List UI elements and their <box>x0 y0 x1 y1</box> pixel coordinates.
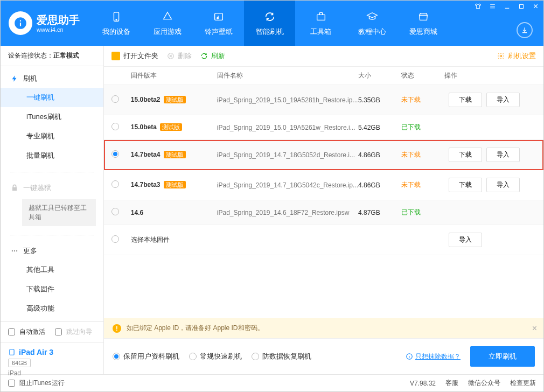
mode-radio[interactable] <box>189 353 197 360</box>
firmware-status: 未下载 <box>401 150 444 159</box>
mode-radio[interactable] <box>252 353 259 360</box>
flash-now-button[interactable]: 立即刷机 <box>470 346 535 367</box>
row-radio[interactable] <box>111 95 119 103</box>
download-button[interactable]: 下载 <box>449 148 482 162</box>
nav-label: 爱思商城 <box>409 27 437 37</box>
auto-activate-checkbox[interactable] <box>8 328 15 335</box>
block-itunes-checkbox[interactable] <box>8 380 15 387</box>
download-button[interactable]: 下载 <box>449 93 482 107</box>
nav-flash[interactable]: 智能刷机 <box>244 1 295 46</box>
header-name[interactable]: 固件名称 <box>217 71 358 80</box>
firmware-row[interactable]: 15.0beta2测试版iPad_Spring_2019_15.0_19A528… <box>104 85 543 115</box>
download-button[interactable]: 下载 <box>449 178 482 192</box>
nav-tutorials[interactable]: 教程中心 <box>346 1 397 46</box>
firmware-row[interactable]: 15.0beta测试版iPad_Spring_2019_15.0_19A5261… <box>104 115 543 140</box>
row-radio[interactable] <box>111 150 119 158</box>
brand-subtitle: www.i4.cn <box>37 26 80 33</box>
flash-mode-option[interactable]: 常规快速刷机 <box>189 352 242 361</box>
flash-settings-button[interactable]: 刷机设置 <box>497 51 536 61</box>
sidebar-item-pro-flash[interactable]: 专业刷机 <box>1 127 103 146</box>
downloads-button[interactable] <box>517 22 533 38</box>
nav-toolbox[interactable]: 工具箱 <box>295 1 346 46</box>
header-version[interactable]: 固件版本 <box>131 71 217 80</box>
sidebar-section-flash[interactable]: 刷机 <box>1 69 103 88</box>
beta-badge: 测试版 <box>164 181 186 188</box>
sidebar-item-download-firmware[interactable]: 下载固件 <box>1 279 103 299</box>
sidebar: 设备连接状态：正常模式 刷机 一键刷机 iTunes刷机 专业刷机 批量刷机 一… <box>1 46 104 374</box>
minimize-icon[interactable] <box>504 3 511 10</box>
header-status[interactable]: 状态 <box>401 71 444 80</box>
sidebar-item-itunes-flash[interactable]: iTunes刷机 <box>1 107 103 127</box>
row-radio[interactable] <box>111 123 119 130</box>
local-firmware-row[interactable]: 选择本地固件导入 <box>104 225 543 255</box>
firmware-list: 15.0beta2测试版iPad_Spring_2019_15.0_19A528… <box>104 85 543 318</box>
firmware-version: 14.7beta4 <box>131 151 161 158</box>
firmware-version: 14.7beta3 <box>131 181 161 188</box>
check-update-link[interactable]: 检查更新 <box>510 379 536 388</box>
nav-label: 我的设备 <box>102 27 130 37</box>
device-storage: 64GB <box>8 359 31 367</box>
more-icon <box>10 247 19 255</box>
nav-store[interactable]: 爱思商城 <box>397 1 449 46</box>
nav-ringtones[interactable]: 铃声壁纸 <box>193 1 244 46</box>
firmware-row[interactable]: 14.7beta3测试版iPad_Spring_2019_14.7_18G504… <box>104 170 543 200</box>
music-icon <box>212 10 226 24</box>
maximize-icon[interactable] <box>518 3 525 10</box>
close-icon[interactable] <box>532 3 539 10</box>
sidebar-item-oneclick-flash[interactable]: 一键刷机 <box>1 88 103 107</box>
device-type: iPad <box>8 369 96 377</box>
delete-button[interactable]: 删除 <box>167 51 192 61</box>
import-button[interactable]: 导入 <box>449 233 482 247</box>
customer-service-link[interactable]: 客服 <box>445 379 458 388</box>
delete-icon <box>167 52 175 60</box>
refresh-button[interactable]: 刷新 <box>200 51 225 61</box>
menu-icon[interactable] <box>489 3 496 10</box>
nav-apps[interactable]: 应用游戏 <box>142 1 193 46</box>
wechat-link[interactable]: 微信公众号 <box>468 379 500 388</box>
sidebar-item-other-tools[interactable]: 其他工具 <box>1 260 103 279</box>
device-info[interactable]: iPad Air 3 64GB iPad <box>1 342 103 382</box>
firmware-status: 已下载 <box>401 123 444 132</box>
row-radio[interactable] <box>111 208 119 215</box>
sidebar-section-jailbreak: 一键越狱 <box>1 179 103 197</box>
flash-mode-option[interactable]: 防数据恢复刷机 <box>252 352 311 361</box>
import-button[interactable]: 导入 <box>486 178 520 192</box>
erase-data-link[interactable]: 只想抹除数据？ <box>406 352 461 361</box>
nav-label: 铃声壁纸 <box>205 27 233 37</box>
skip-guide-label: 跳过向导 <box>66 327 92 337</box>
svg-rect-5 <box>520 4 524 8</box>
open-folder-button[interactable]: 打开文件夹 <box>111 51 158 61</box>
lock-icon <box>10 184 19 192</box>
phone-icon <box>109 10 123 24</box>
firmware-row[interactable]: 14.7beta4测试版iPad_Spring_2019_14.7_18G505… <box>104 140 543 170</box>
import-button[interactable]: 导入 <box>486 148 520 162</box>
firmware-size: 5.35GB <box>358 96 401 104</box>
skip-guide-checkbox[interactable] <box>55 328 62 335</box>
warning-text: 如已绑定 Apple ID，请准备好 Apple ID和密码。 <box>127 324 264 333</box>
sidebar-section-more[interactable]: 更多 <box>1 242 103 260</box>
warning-bar: ! 如已绑定 Apple ID，请准备好 Apple ID和密码。 × <box>104 318 543 338</box>
nav-my-device[interactable]: 我的设备 <box>90 1 142 46</box>
svg-rect-4 <box>317 15 325 20</box>
brand-title: 爱思助手 <box>37 13 80 26</box>
row-radio[interactable] <box>111 235 119 243</box>
flash-mode-option[interactable]: 保留用户资料刷机 <box>113 352 179 361</box>
firmware-status: 未下载 <box>401 95 444 104</box>
firmware-row[interactable]: 14.6iPad_Spring_2019_14.6_18F72_Restore.… <box>104 200 543 225</box>
svg-rect-2 <box>214 13 222 20</box>
firmware-version: 14.6 <box>131 209 143 216</box>
refresh-icon <box>200 52 208 60</box>
version-label: V7.98.32 <box>410 380 436 387</box>
tshirt-icon[interactable] <box>475 3 482 10</box>
sidebar-item-advanced[interactable]: 高级功能 <box>1 299 103 318</box>
header-size[interactable]: 大小 <box>358 71 401 80</box>
beta-badge: 测试版 <box>160 123 182 131</box>
import-button[interactable]: 导入 <box>486 93 520 107</box>
sidebar-item-batch-flash[interactable]: 批量刷机 <box>1 146 103 165</box>
mode-radio[interactable] <box>113 353 120 360</box>
beta-badge: 测试版 <box>164 96 186 103</box>
close-warning-button[interactable]: × <box>532 324 537 333</box>
row-radio[interactable] <box>111 180 119 188</box>
nav-label: 教程中心 <box>358 27 386 37</box>
local-firmware-label: 选择本地固件 <box>131 235 217 244</box>
